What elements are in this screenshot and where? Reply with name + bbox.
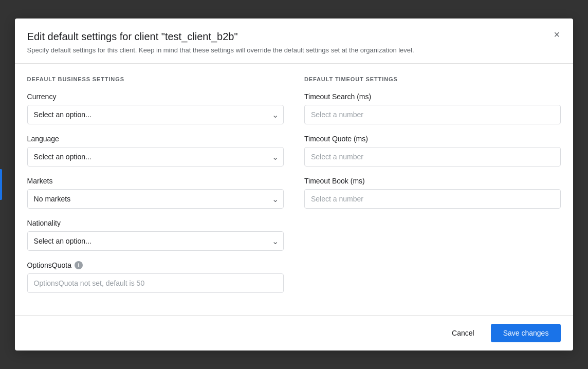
modal-header: Edit default settings for client "test_c…	[15, 19, 574, 64]
nationality-select[interactable]: Select an option...	[27, 231, 284, 251]
settings-grid: DEFAULT BUSINESS SETTINGS Currency Selec…	[27, 76, 561, 303]
modal-title: Edit default settings for client "test_c…	[27, 31, 561, 43]
business-settings-title: DEFAULT BUSINESS SETTINGS	[27, 76, 284, 82]
close-button[interactable]: ×	[548, 27, 565, 43]
currency-select[interactable]: Select an option...	[27, 105, 284, 124]
language-label: Language	[27, 135, 284, 143]
cancel-button[interactable]: Cancel	[442, 324, 485, 342]
markets-field-group: Markets No markets ⌄	[27, 177, 284, 209]
timeout-quote-label: Timeout Quote (ms)	[304, 135, 561, 143]
modal-subtitle: Specify default settings for this client…	[27, 46, 561, 55]
modal-dialog: Edit default settings for client "test_c…	[15, 19, 574, 350]
timeout-settings-title: DEFAULT TIMEOUT SETTINGS	[304, 76, 561, 82]
nationality-label: Nationality	[27, 219, 284, 227]
left-column: DEFAULT BUSINESS SETTINGS Currency Selec…	[27, 76, 284, 303]
currency-select-wrapper: Select an option... ⌄	[27, 105, 284, 124]
currency-label: Currency	[27, 93, 284, 101]
options-quota-field-group: OptionsQuota i	[27, 261, 284, 293]
markets-label: Markets	[27, 177, 284, 185]
nationality-field-group: Nationality Select an option... ⌄	[27, 219, 284, 251]
markets-select[interactable]: No markets	[27, 189, 284, 209]
modal-footer: Cancel Save changes	[15, 315, 574, 350]
options-quota-label: OptionsQuota i	[27, 261, 284, 269]
timeout-book-label: Timeout Book (ms)	[304, 177, 561, 185]
timeout-book-field-group: Timeout Book (ms)	[304, 177, 561, 209]
timeout-quote-input[interactable]	[304, 147, 561, 167]
timeout-search-label: Timeout Search (ms)	[304, 93, 561, 101]
options-quota-info-icon[interactable]: i	[75, 261, 83, 269]
currency-field-group: Currency Select an option... ⌄	[27, 93, 284, 124]
language-select[interactable]: Select an option...	[27, 147, 284, 167]
left-accent-decoration	[0, 169, 2, 200]
timeout-quote-field-group: Timeout Quote (ms)	[304, 135, 561, 167]
timeout-book-input[interactable]	[304, 189, 561, 209]
right-column: DEFAULT TIMEOUT SETTINGS Timeout Search …	[304, 76, 561, 303]
language-field-group: Language Select an option... ⌄	[27, 135, 284, 167]
markets-select-wrapper: No markets ⌄	[27, 189, 284, 209]
modal-body: DEFAULT BUSINESS SETTINGS Currency Selec…	[15, 64, 574, 315]
modal-overlay: Edit default settings for client "test_c…	[0, 0, 588, 369]
timeout-search-field-group: Timeout Search (ms)	[304, 93, 561, 124]
options-quota-input[interactable]	[27, 273, 284, 293]
options-quota-label-text: OptionsQuota	[27, 261, 71, 269]
language-select-wrapper: Select an option... ⌄	[27, 147, 284, 167]
nationality-select-wrapper: Select an option... ⌄	[27, 231, 284, 251]
timeout-search-input[interactable]	[304, 105, 561, 124]
save-button[interactable]: Save changes	[491, 324, 561, 342]
